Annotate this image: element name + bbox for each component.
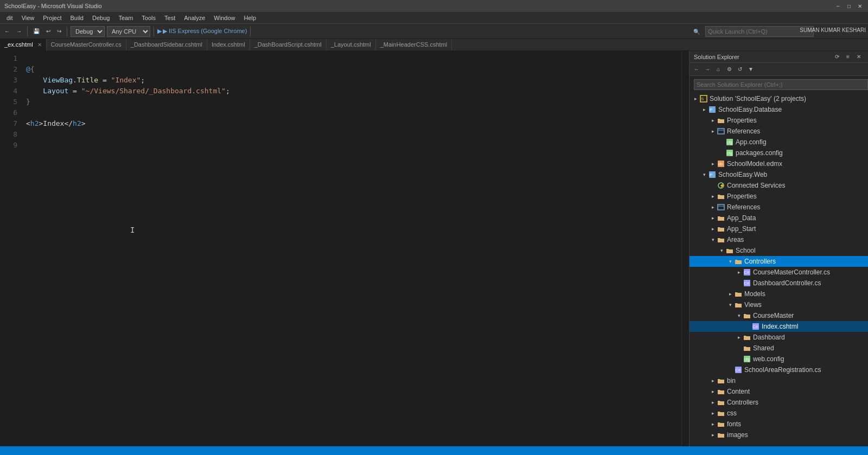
tree-item-web-bin[interactable]: ▸bin	[690, 375, 868, 386]
tree-item-db-schoolmodel[interactable]: ▸dbSchoolModel.edmx	[690, 158, 868, 169]
se-filter-btn[interactable]: ▼	[746, 65, 756, 74]
tree-icon-web-school	[725, 246, 734, 255]
se-sync-btn[interactable]: ⟳	[832, 52, 842, 62]
tab-label-4: _DashBoardScript.cshtml	[254, 41, 322, 48]
tab-close-0[interactable]: ✕	[37, 42, 42, 48]
tree-item-web-coursemaster-folder[interactable]: ▾CourseMaster	[690, 310, 868, 321]
svg-text:C#: C#	[735, 368, 741, 373]
tab-4[interactable]: _DashBoardScript.cshtml	[250, 39, 327, 50]
tree-item-web-fonts[interactable]: ▸fonts	[690, 419, 868, 430]
tab-5[interactable]: _Layout.cshtml	[327, 39, 376, 50]
tree-item-web-content[interactable]: ▸Content	[690, 386, 868, 397]
tree-item-db-properties[interactable]: ▸Properties	[690, 115, 868, 126]
run-icon: ▶	[157, 28, 162, 35]
tree-item-web-connected[interactable]: ⚡Connected Services	[690, 180, 868, 191]
tree-item-web-webconfig[interactable]: cfgweb.config	[690, 354, 868, 364]
forward-btn[interactable]: →	[14, 27, 24, 35]
tree-label-web-fonts: fonts	[727, 420, 741, 428]
tree-arrow-web-models: ▸	[726, 291, 734, 297]
tree-item-web-css[interactable]: ▸css	[690, 408, 868, 419]
menu-item-view[interactable]: View	[17, 14, 39, 22]
tree-item-db-references[interactable]: ▸References	[690, 126, 868, 137]
tab-1[interactable]: CourseMasterController.cs	[47, 39, 126, 50]
tab-0[interactable]: _ex.cshtml✕	[0, 39, 47, 50]
menu-item-analyze[interactable]: Analyze	[180, 14, 209, 22]
se-refresh-btn[interactable]: ↺	[735, 65, 745, 74]
tree-item-web-images[interactable]: ▸images	[690, 430, 868, 440]
tree-icon-web-schoolreg: C#	[734, 366, 743, 374]
se-home-btn[interactable]: ⌂	[713, 65, 723, 74]
solution-explorer-title: Solution Explorer	[694, 54, 739, 60]
tree-item-web-areas[interactable]: ▾Areas	[690, 234, 868, 245]
tab-label-0: _ex.cshtml	[4, 41, 33, 48]
undo-btn[interactable]: ↩	[44, 27, 53, 35]
tree-icon-db-schoolmodel: db	[717, 159, 725, 168]
tab-6[interactable]: _MainHeaderCSS.cshtml	[376, 39, 452, 50]
tree-item-web-coursemaster-ctrl[interactable]: ▸C#CourseMasterController.cs	[690, 267, 868, 278]
se-collapse-btn[interactable]: ≡	[843, 52, 853, 62]
back-btn[interactable]: ←	[2, 27, 12, 35]
tree-item-web-controllers2[interactable]: ▸Controllers	[690, 397, 868, 408]
tree-item-db-appconfig[interactable]: cfgApp.config	[690, 137, 868, 148]
tree-icon-web-shared-folder	[743, 344, 751, 353]
tree-item-web-project[interactable]: ▾PSchoolEasy.Web	[690, 169, 868, 180]
se-settings-btn[interactable]: ⚙	[724, 65, 734, 74]
menu-item-dit[interactable]: dit	[2, 14, 17, 22]
code-line-8	[26, 129, 676, 140]
menu-item-window[interactable]: Window	[209, 14, 239, 22]
se-forward-btn[interactable]: →	[703, 65, 712, 74]
menu-item-tools[interactable]: Tools	[137, 14, 160, 22]
svg-rect-16	[718, 204, 724, 210]
line-num-6: 6	[0, 107, 17, 118]
tree-item-web-models[interactable]: ▸Models	[690, 289, 868, 299]
tree-item-web-shared-folder[interactable]: Shared	[690, 343, 868, 354]
menu-item-team[interactable]: Team	[114, 14, 137, 22]
tree-icon-web-models	[734, 290, 743, 298]
tree-item-db-packagesconfig[interactable]: cfgpackages.config	[690, 148, 868, 158]
platform-select[interactable]: Any CPU	[107, 26, 150, 37]
minimize-button[interactable]: −	[834, 2, 842, 10]
tree-item-web-dashboard-folder[interactable]: ▸Dashboard	[690, 332, 868, 343]
code-line-9	[26, 140, 676, 151]
cursor-indicator: I	[130, 225, 135, 235]
se-close-btn[interactable]: ✕	[854, 52, 864, 62]
debug-mode-select[interactable]: Debug	[71, 26, 105, 37]
tree-item-web-appstart[interactable]: ▸App_Start	[690, 223, 868, 234]
tree-item-db-project[interactable]: ▸PSchoolEasy.Database	[690, 104, 868, 115]
se-back-btn[interactable]: ←	[692, 65, 701, 74]
tree-icon-web-properties	[717, 192, 725, 201]
tree-item-web-appdata[interactable]: ▸App_Data	[690, 213, 868, 223]
tree-item-web-views[interactable]: ▾Views	[690, 299, 868, 310]
tree-item-web-index-cshtml[interactable]: C#Index.cshtml	[690, 321, 868, 332]
tree-item-web-schoolreg[interactable]: C#SchoolAreaRegistration.cs	[690, 364, 868, 375]
menu-item-help[interactable]: Help	[239, 14, 260, 22]
tree-item-web-dashboard-ctrl[interactable]: C#DashboardController.cs	[690, 278, 868, 289]
code-content[interactable]: @{ ViewBag.Title = "Index"; Layout = "~/…	[22, 51, 680, 446]
run-button[interactable]: ▶ ▶ IIS Express (Google Chrome)	[157, 28, 247, 35]
maximize-button[interactable]: □	[845, 2, 853, 10]
tab-label-3: Index.cshtml	[212, 41, 245, 48]
tree-item-web-references[interactable]: ▸References	[690, 202, 868, 213]
tree-label-db-project: SchoolEasy.Database	[718, 106, 782, 113]
code-editor[interactable]: 123456789 @{ ViewBag.Title = "Index"; La…	[0, 51, 689, 446]
tab-3[interactable]: Index.cshtml	[207, 39, 250, 50]
tree-item-web-properties[interactable]: ▸Properties	[690, 191, 868, 202]
svg-rect-4	[718, 129, 724, 134]
tree-item-web-school[interactable]: ▾School	[690, 245, 868, 256]
save-btn[interactable]: 💾	[31, 27, 42, 35]
solution-explorer-search[interactable]	[694, 79, 868, 90]
svg-text:⚡: ⚡	[719, 183, 725, 188]
tree-label-web-controllers: Controllers	[744, 258, 776, 265]
tab-2[interactable]: _DashboardSidebar.cshtml	[126, 39, 207, 50]
close-button[interactable]: ✕	[856, 2, 864, 10]
tree-item-web-controllers[interactable]: ▾Controllers	[690, 256, 868, 267]
editor-scrollbar[interactable]	[681, 51, 689, 446]
redo-btn[interactable]: ↪	[55, 27, 63, 35]
menu-item-test[interactable]: Test	[160, 14, 180, 22]
menu-item-project[interactable]: Project	[39, 14, 66, 22]
menu-item-debug[interactable]: Debug	[88, 14, 114, 22]
tree-item-solution[interactable]: ▸SSolution 'SchoolEasy' (2 projects)	[690, 93, 868, 104]
menu-item-build[interactable]: Build	[66, 14, 88, 22]
quick-launch-input[interactable]	[705, 26, 814, 37]
tree-label-db-packagesconfig: packages.config	[736, 149, 783, 157]
